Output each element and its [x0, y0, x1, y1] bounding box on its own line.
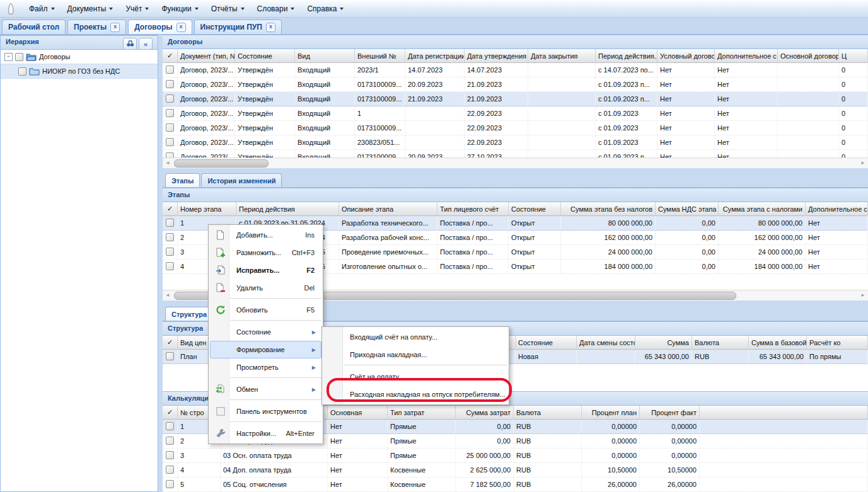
menu-item-outgoing-waybill[interactable]: Расходная накладная на отпуск потребител…	[323, 386, 507, 403]
scroll-left-icon[interactable]: ◄	[163, 290, 173, 300]
tree-node-niokr[interactable]: НИОКР по ГОЗ без НДС	[1, 64, 158, 79]
scroll-left-icon[interactable]: ◄	[163, 158, 173, 168]
column-header[interactable]: Состояние	[235, 49, 295, 63]
column-header[interactable]: Дата смены состоя	[577, 336, 635, 350]
scrollbar-thumb[interactable]	[174, 159, 269, 168]
table-row[interactable]: Договор, 2023/...УтверждёнВходящий017310…	[163, 92, 868, 106]
menu-item-state[interactable]: Состояние▶	[210, 323, 321, 341]
row-checkbox[interactable]	[166, 233, 174, 241]
table-row[interactable]: 404 Доп. оплата трудаНетКосвенные2 625 0…	[163, 463, 868, 478]
document-tab-3[interactable]: Инструкции ПУПx	[194, 20, 282, 34]
close-tab-icon[interactable]: x	[176, 23, 186, 32]
column-header[interactable]: Документ (тип, №	[178, 49, 235, 63]
menubar-item-5[interactable]: Словари	[251, 2, 301, 16]
table-row[interactable]: Договор, 2023/...УтверждёнВходящий230823…	[163, 135, 868, 150]
column-header[interactable]: ✓	[163, 202, 178, 216]
column-header[interactable]: Внешний №	[355, 49, 405, 63]
close-tab-icon[interactable]: x	[110, 23, 120, 32]
menubar-item-0[interactable]: Файл	[23, 2, 61, 16]
column-header[interactable]: Сумма затрат	[456, 406, 514, 420]
column-header[interactable]: Период действия	[236, 202, 339, 216]
contracts-hscrollbar[interactable]: ◄ ►	[163, 157, 868, 168]
row-checkbox[interactable]	[166, 262, 174, 270]
tree-node-checkbox[interactable]	[18, 67, 26, 76]
column-header[interactable]: Сумма НДС этапа	[656, 202, 719, 216]
row-checkbox[interactable]	[166, 152, 174, 158]
menu-item-edit[interactable]: Исправить...F2	[210, 261, 321, 279]
column-header[interactable]: Расчёт ко	[807, 336, 868, 350]
row-checkbox[interactable]	[166, 451, 174, 459]
column-header[interactable]: Состояние	[509, 202, 561, 216]
menu-item-invoice[interactable]: Счёт на оплату...	[323, 368, 507, 386]
column-header[interactable]: Описание этапа	[339, 202, 437, 216]
column-header[interactable]: Вид	[295, 49, 355, 63]
menu-item-generate[interactable]: Формирование▶	[210, 341, 321, 358]
column-header[interactable]: Сумма этапа без налогов	[561, 202, 656, 216]
tab-stages[interactable]: Этапы	[165, 173, 200, 187]
menu-item-toolbar-toggle[interactable]: Панель инструментов	[210, 403, 321, 420]
menubar-item-4[interactable]: Отчёты	[205, 2, 251, 16]
column-header[interactable]: Состояние	[516, 336, 577, 350]
row-checkbox[interactable]	[166, 66, 174, 74]
row-checkbox[interactable]	[166, 138, 174, 146]
column-header[interactable]: Дата регистрации.	[405, 49, 465, 63]
menu-item-settings[interactable]: Настройки...Alt+Enter	[210, 425, 321, 442]
row-checkbox[interactable]	[166, 219, 174, 227]
table-row[interactable]: Договор, 2023/...УтверждёнВходящий017310…	[163, 77, 868, 92]
table-row[interactable]: Договор, 2023/...УтверждёнВходящий2023/1…	[163, 63, 868, 77]
document-tab-0[interactable]: Рабочий стол	[2, 20, 66, 34]
row-checkbox[interactable]	[166, 248, 174, 256]
menubar-item-3[interactable]: Функции	[155, 2, 204, 16]
column-header[interactable]: Основная	[328, 406, 388, 420]
column-header[interactable]: Период действия..	[596, 49, 657, 63]
table-row[interactable]: 505 Соц. отчисленияНетКосвенные7 182 500…	[163, 478, 868, 492]
table-row[interactable]: Договор, 2023/...УтверждёнВходящий017310…	[163, 150, 868, 157]
menu-item-exchange[interactable]: Обмен▶	[210, 380, 321, 398]
column-header[interactable]: Процент факт	[640, 406, 700, 420]
row-checkbox[interactable]	[166, 94, 174, 103]
menu-item-incoming-invoice[interactable]: Входящий счёт на оплату...	[323, 328, 507, 346]
table-row[interactable]: Договор, 2023/...УтверждёнВходящий122.09…	[163, 106, 868, 121]
collapse-node-icon[interactable]: −	[4, 53, 13, 61]
collapse-panel-icon[interactable]: «	[139, 38, 153, 50]
document-tab-2[interactable]: Договорыx	[128, 20, 192, 34]
column-header[interactable]: Ц	[839, 49, 868, 63]
tree-node-checkbox[interactable]	[15, 53, 23, 61]
row-checkbox[interactable]	[166, 480, 174, 488]
row-checkbox[interactable]	[166, 437, 174, 445]
column-header[interactable]: Процент план	[582, 406, 640, 420]
menubar-item-1[interactable]: Документы	[61, 2, 120, 16]
column-header[interactable]	[700, 406, 868, 420]
tab-structure[interactable]: Структура	[165, 307, 213, 321]
panel-splitter[interactable]	[158, 35, 163, 492]
menu-item-view[interactable]: Просмотреть▶	[210, 358, 321, 376]
row-checkbox[interactable]	[166, 80, 174, 88]
column-header[interactable]: Сумма в базовой в	[749, 336, 807, 350]
scroll-right-icon[interactable]: ►	[858, 158, 868, 168]
column-header[interactable]: Валюта	[692, 336, 749, 350]
column-header[interactable]: Номер этапа	[178, 202, 236, 216]
column-header[interactable]: Тип затрат	[388, 406, 456, 420]
column-header[interactable]: Основной договор	[778, 49, 839, 63]
menubar-item-6[interactable]: Справка	[301, 2, 350, 16]
column-header[interactable]: ✓	[163, 49, 178, 63]
column-header[interactable]: ✓	[163, 336, 178, 350]
search-icon[interactable]	[123, 38, 137, 50]
column-header[interactable]: Валюта	[514, 406, 582, 420]
column-header[interactable]: Условный договор	[657, 49, 715, 63]
menu-item-duplicate[interactable]: Размножить...Ctrl+F3	[210, 244, 321, 261]
row-checkbox[interactable]	[166, 109, 174, 117]
tree-node-dogovory[interactable]: − Договоры	[1, 50, 158, 64]
column-header[interactable]: Дата утверждения	[465, 49, 528, 63]
menu-item-incoming-waybill[interactable]: Приходная накладная...	[323, 346, 507, 363]
column-header[interactable]: Тип лицевого счёт	[437, 202, 509, 216]
column-header[interactable]: Дополнительное с	[806, 202, 868, 216]
table-row[interactable]: 303 Осн. оплата трудаНетПрямые25 000 000…	[163, 449, 868, 463]
tab-change-history[interactable]: История изменений	[201, 173, 282, 187]
menu-item-refresh[interactable]: ОбновитьF5	[210, 301, 321, 319]
menu-item-delete[interactable]: УдалитьDel	[210, 279, 321, 297]
row-checkbox[interactable]	[166, 352, 174, 360]
table-row[interactable]: Договор, 2023/...УтверждёнВходящий017310…	[163, 121, 868, 135]
row-checkbox[interactable]	[166, 466, 174, 474]
row-checkbox[interactable]	[166, 422, 174, 430]
